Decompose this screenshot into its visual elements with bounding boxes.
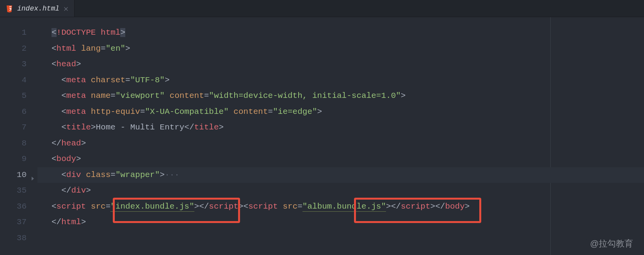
fold-ellipsis-icon: ···	[165, 170, 180, 179]
code-line-3: <head>	[52, 57, 644, 73]
lineno: 37	[0, 214, 27, 230]
lineno: 6	[0, 104, 27, 120]
code-line-5: <meta name="viewport" content="width=dev…	[52, 88, 644, 104]
lineno: 38	[0, 230, 27, 246]
lineno: 4	[0, 73, 27, 89]
code-line-35: </div>	[52, 183, 644, 199]
lineno: 35	[0, 183, 27, 199]
lineno: 5	[0, 88, 27, 104]
close-icon[interactable]	[63, 6, 69, 11]
code-line-2: <html lang="en">	[52, 41, 644, 57]
lineno: 8	[0, 136, 27, 152]
html5-icon	[5, 5, 13, 12]
code-line-4: <meta charset="UTF-8">	[52, 73, 644, 89]
watermark: @拉勾教育	[586, 236, 637, 251]
lineno: 36	[0, 199, 27, 215]
lineno: 10	[0, 167, 27, 183]
lineno: 9	[0, 151, 27, 167]
code-line-1: <!DOCTYPE html>	[52, 25, 644, 41]
lineno: 2	[0, 41, 27, 57]
gutter: 1 2 3 4 5 6 7 8 9 10 35 36 37 38	[0, 25, 37, 255]
code-line-9: <body>	[52, 151, 644, 167]
code-line-6: <meta http-equiv="X-UA-Compatible" conte…	[52, 104, 644, 120]
code-line-7: <title>Home - Multi Entry</title>	[52, 120, 644, 136]
lineno: 7	[0, 120, 27, 136]
code-area[interactable]: <!DOCTYPE html> <html lang="en"> <head> …	[37, 25, 644, 255]
code-line-8: </head>	[52, 136, 644, 152]
code-line-37: </html>	[52, 214, 644, 230]
tab-index-html[interactable]: index.html	[0, 0, 75, 17]
lineno: 1	[0, 25, 27, 41]
code-line-10: <div class="wrapper">···	[37, 167, 644, 183]
editor[interactable]: 1 2 3 4 5 6 7 8 9 10 35 36 37 38 <!DOCTY…	[0, 17, 644, 255]
tab-bar: index.html	[0, 0, 644, 17]
lineno: 3	[0, 57, 27, 73]
code-line-38	[52, 230, 644, 246]
fold-chevron-icon[interactable]	[30, 172, 36, 178]
tab-filename: index.html	[17, 5, 59, 12]
code-line-36: <script src="index.bundle.js"></script><…	[52, 199, 644, 215]
